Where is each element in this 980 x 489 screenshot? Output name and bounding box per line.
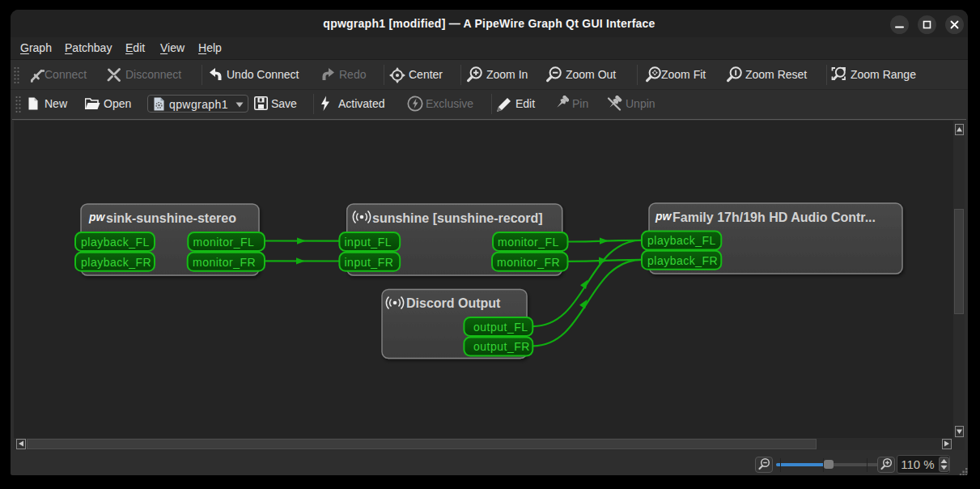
svg-text:playback_FL: playback_FL	[81, 236, 150, 249]
svg-text:monitor_FR: monitor_FR	[193, 256, 256, 269]
svg-text:monitor_FL: monitor_FL	[193, 236, 255, 249]
svg-text:monitor_FL: monitor_FL	[498, 236, 559, 249]
svg-text:output_FL: output_FL	[473, 321, 528, 334]
svg-text:playback_FR: playback_FR	[647, 254, 718, 267]
svg-text:playback_FL: playback_FL	[647, 234, 716, 247]
svg-text:playback_FR: playback_FR	[81, 256, 151, 269]
svg-text:output_FR: output_FR	[473, 340, 530, 353]
svg-text:sunshine [sunshine-record]: sunshine [sunshine-record]	[372, 211, 543, 225]
svg-text:input_FR: input_FR	[345, 256, 394, 269]
svg-text:sink-sunshine-stereo: sink-sunshine-stereo	[106, 211, 236, 225]
svg-text:pw: pw	[655, 210, 672, 223]
svg-text:input_FL: input_FL	[345, 236, 392, 249]
svg-text:pw: pw	[88, 210, 106, 223]
svg-text:Discord Output: Discord Output	[406, 296, 501, 310]
svg-text:Family 17h/19h HD Audio Contr.: Family 17h/19h HD Audio Contr...	[672, 210, 876, 224]
svg-text:monitor_FR: monitor_FR	[497, 256, 560, 269]
